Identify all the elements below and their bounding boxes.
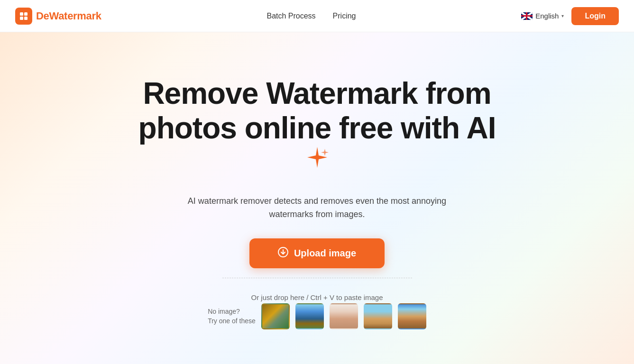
login-button[interactable]: Login [571, 7, 619, 25]
upload-icon [278, 247, 288, 260]
sample-thumb-5[interactable] [398, 303, 426, 329]
logo-watermark: Watermark [49, 10, 101, 22]
pricing-link[interactable]: Pricing [333, 12, 356, 20]
sparkle-icon [305, 142, 330, 177]
logo-de: De [36, 10, 49, 22]
svg-rect-0 [20, 12, 23, 16]
hero-title-line2: photos online free with AI [138, 111, 496, 145]
language-selector[interactable]: English ▾ [521, 12, 564, 20]
hero-title: Remove Watermark from photos online free… [132, 76, 502, 181]
upload-button-label: Upload image [294, 248, 356, 259]
no-image-text: No image? Try one of these [208, 307, 256, 326]
batch-process-link[interactable]: Batch Process [266, 12, 315, 20]
hero-title-line1: Remove Watermark from [143, 76, 491, 110]
language-label: English [535, 12, 559, 20]
hero-section: Remove Watermark from photos online free… [0, 32, 634, 364]
upload-image-button[interactable]: Upload image [249, 238, 385, 268]
sample-thumb-3[interactable] [330, 303, 358, 329]
drop-hint-text: Or just drop here / Ctrl + V to paste im… [251, 293, 383, 301]
try-label: Try one of these [208, 317, 256, 326]
sample-thumb-4[interactable] [364, 303, 392, 329]
logo-link[interactable]: DeWatermark [15, 8, 101, 25]
logo-icon [15, 8, 32, 25]
navbar: DeWatermark Batch Process Pricing Englis… [0, 0, 634, 32]
sample-thumb-1[interactable] [261, 303, 290, 329]
nav-links: Batch Process Pricing [266, 12, 356, 20]
svg-rect-3 [24, 17, 28, 20]
svg-rect-1 [24, 12, 28, 16]
hero-subtitle: AI watermark remover detects and removes… [175, 194, 459, 222]
logo-text: DeWatermark [36, 10, 101, 22]
uk-flag-icon [521, 12, 533, 20]
svg-rect-2 [20, 17, 23, 20]
sample-images-row: No image? Try one of these [208, 303, 426, 329]
separator [222, 278, 412, 278]
chevron-down-icon: ▾ [561, 13, 564, 18]
logo-svg [19, 11, 28, 21]
no-image-label: No image? [208, 307, 256, 317]
sample-thumb-2[interactable] [295, 303, 324, 329]
nav-right: English ▾ Login [521, 7, 619, 25]
